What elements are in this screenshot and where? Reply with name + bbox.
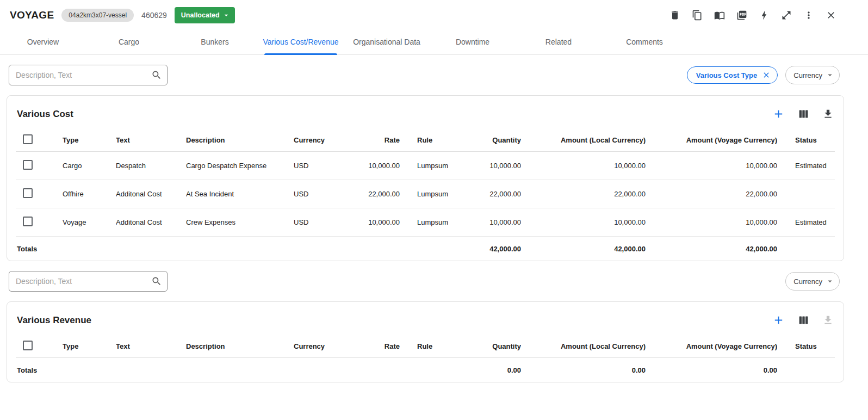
col-amount-local: Amount (Local Currency) bbox=[521, 136, 646, 144]
download-icon bbox=[822, 314, 834, 326]
checkbox-cell bbox=[16, 217, 63, 228]
book-icon[interactable] bbox=[713, 9, 726, 22]
cell-status: Estimated bbox=[777, 218, 835, 226]
select-all-checkbox[interactable] bbox=[23, 134, 33, 144]
tab-various-cost-revenue[interactable]: Various Cost/Revenue bbox=[258, 30, 344, 54]
totals-amount-local: 0.00 bbox=[521, 366, 646, 374]
cell-status: Estimated bbox=[777, 162, 835, 170]
cell-description: Crew Expenses bbox=[186, 218, 294, 226]
revenue-filter-row: Currency bbox=[0, 261, 868, 301]
cell-amount-local: 10,000.00 bbox=[521, 218, 646, 226]
chevron-down-icon bbox=[222, 11, 231, 20]
add-icon[interactable] bbox=[772, 108, 785, 120]
table-row[interactable]: Cargo Despatch Cargo Despatch Expense US… bbox=[16, 152, 835, 180]
various-revenue-tools bbox=[772, 314, 834, 326]
totals-label: Totals bbox=[16, 245, 116, 253]
various-cost-type-chip-label: Various Cost Type bbox=[696, 71, 757, 79]
col-type: Type bbox=[63, 342, 116, 350]
revenue-currency-filter-label: Currency bbox=[793, 277, 822, 286]
cell-rate: 10,000.00 bbox=[348, 218, 400, 226]
columns-icon[interactable] bbox=[798, 108, 809, 120]
bolt-icon[interactable] bbox=[758, 9, 771, 22]
allocation-status-label: Unallocated bbox=[181, 11, 220, 19]
expand-icon[interactable] bbox=[780, 9, 793, 22]
chevron-down-icon bbox=[825, 70, 835, 80]
cell-currency: USD bbox=[294, 218, 348, 226]
col-status: Status bbox=[777, 342, 835, 350]
tab-related[interactable]: Related bbox=[516, 30, 602, 54]
cell-quantity: 22,000.00 bbox=[468, 190, 521, 198]
col-quantity: Quantity bbox=[468, 136, 521, 144]
search-icon[interactable] bbox=[151, 70, 162, 81]
copy-icon[interactable] bbox=[691, 9, 704, 22]
cell-rule: Lumpsum bbox=[400, 218, 468, 226]
cost-currency-filter-label: Currency bbox=[793, 71, 822, 79]
various-cost-tools bbox=[772, 108, 834, 120]
cell-amount-voyage: 10,000.00 bbox=[646, 162, 777, 170]
revenue-search-input[interactable] bbox=[9, 271, 168, 292]
row-checkbox[interactable] bbox=[23, 217, 33, 226]
allocation-status-button[interactable]: Unallocated bbox=[175, 7, 235, 23]
revenue-currency-filter[interactable]: Currency bbox=[785, 272, 840, 291]
row-checkbox[interactable] bbox=[23, 160, 33, 170]
table-row[interactable]: Offhire Additonal Cost At Sea Incident U… bbox=[16, 180, 835, 208]
col-rate: Rate bbox=[348, 342, 400, 350]
revenue-table-header-row: Type Text Description Currency Rate Rule… bbox=[16, 335, 835, 358]
select-all-checkbox[interactable] bbox=[23, 341, 33, 350]
tab-organisational-data[interactable]: Organisational Data bbox=[344, 30, 430, 54]
cell-currency: USD bbox=[294, 190, 348, 198]
cell-amount-local: 10,000.00 bbox=[521, 162, 646, 170]
tab-comments[interactable]: Comments bbox=[602, 30, 687, 54]
pdf-icon[interactable] bbox=[735, 9, 748, 22]
header-actions bbox=[668, 9, 838, 22]
various-revenue-card: Various Revenue Type Text Description Cu… bbox=[7, 301, 844, 382]
columns-icon[interactable] bbox=[798, 314, 809, 326]
revenue-filter-controls: Currency bbox=[785, 272, 840, 291]
search-icon[interactable] bbox=[151, 276, 162, 287]
various-revenue-header: Various Revenue bbox=[16, 302, 835, 335]
col-description: Description bbox=[186, 136, 294, 144]
chip-close-icon[interactable] bbox=[762, 71, 771, 79]
cost-search-box bbox=[9, 65, 168, 85]
totals-amount-local: 42,000.00 bbox=[521, 245, 646, 253]
col-quantity: Quantity bbox=[468, 342, 521, 350]
header-left: VOYAGE 04a2km3x07-vessel 460629 Unalloca… bbox=[10, 7, 235, 23]
header-checkbox-cell bbox=[16, 134, 63, 146]
cell-description: At Sea Incident bbox=[186, 190, 294, 198]
more-icon[interactable] bbox=[802, 9, 815, 22]
page-title: VOYAGE bbox=[10, 9, 54, 21]
cost-table-header-row: Type Text Description Currency Rate Rule… bbox=[16, 129, 835, 152]
various-cost-title: Various Cost bbox=[17, 109, 73, 120]
totals-label: Totals bbox=[16, 366, 116, 374]
tab-downtime[interactable]: Downtime bbox=[430, 30, 516, 54]
various-cost-type-chip[interactable]: Various Cost Type bbox=[687, 66, 778, 84]
totals-quantity: 0.00 bbox=[468, 366, 521, 374]
close-icon[interactable] bbox=[824, 9, 838, 22]
download-icon[interactable] bbox=[822, 108, 834, 120]
voyage-id: 460629 bbox=[141, 11, 167, 20]
tab-bunkers[interactable]: Bunkers bbox=[172, 30, 258, 54]
cell-type: Voyage bbox=[63, 218, 116, 226]
tab-cargo[interactable]: Cargo bbox=[86, 30, 172, 54]
checkbox-cell bbox=[16, 188, 63, 200]
cell-type: Offhire bbox=[63, 190, 116, 198]
col-rule: Rule bbox=[400, 136, 468, 144]
totals-quantity: 42,000.00 bbox=[468, 245, 521, 253]
chevron-down-icon bbox=[825, 276, 835, 286]
col-currency: Currency bbox=[294, 136, 348, 144]
cost-currency-filter[interactable]: Currency bbox=[785, 66, 840, 84]
table-row[interactable]: Voyage Additonal Cost Crew Expenses USD … bbox=[16, 208, 835, 237]
row-checkbox[interactable] bbox=[23, 188, 33, 198]
cell-rate: 22,000.00 bbox=[348, 190, 400, 198]
cell-text: Despatch bbox=[116, 162, 186, 170]
add-icon[interactable] bbox=[772, 314, 785, 326]
vessel-tag-chip: 04a2km3x07-vessel bbox=[61, 9, 134, 22]
col-rate: Rate bbox=[348, 136, 400, 144]
delete-icon[interactable] bbox=[668, 9, 681, 22]
col-amount-voyage: Amount (Voyage Currency) bbox=[646, 136, 777, 144]
cell-text: Additonal Cost bbox=[116, 190, 186, 198]
col-amount-voyage: Amount (Voyage Currency) bbox=[646, 342, 777, 350]
col-amount-local: Amount (Local Currency) bbox=[521, 342, 646, 350]
tab-overview[interactable]: Overview bbox=[0, 30, 86, 54]
cost-search-input[interactable] bbox=[9, 65, 168, 85]
